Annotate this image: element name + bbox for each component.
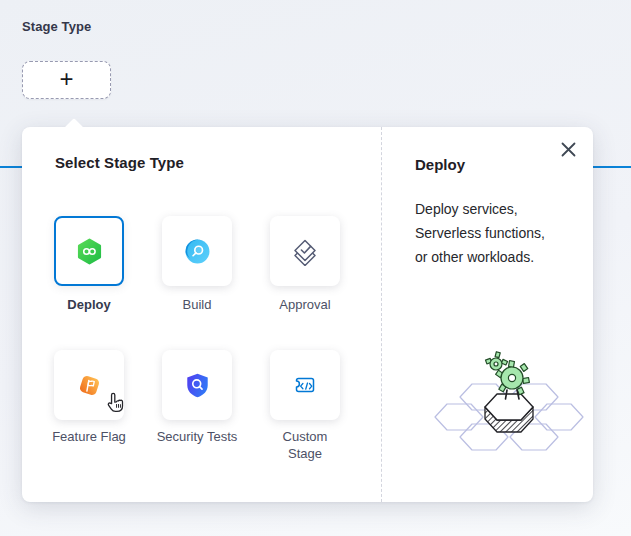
custom-stage-code-icon	[291, 371, 319, 399]
pipeline-canvas: Stage Type + Select Stage Type	[0, 0, 631, 536]
tile-approval-label[interactable]: Approval	[264, 296, 346, 313]
tile-approval[interactable]	[270, 216, 340, 286]
tile-custom-stage-label[interactable]: Custom Stage	[264, 428, 346, 462]
cd-hexagon-infinity-icon	[76, 238, 103, 265]
tile-deploy[interactable]	[54, 216, 124, 286]
detail-description-line: Deploy services,	[415, 197, 595, 221]
security-shield-magnifier-icon	[184, 372, 211, 399]
stage-type-popover: Select Stage Type Deploy	[22, 127, 593, 502]
tile-build[interactable]	[162, 216, 232, 286]
tile-feature-flag-label[interactable]: Feature Flag	[48, 428, 130, 445]
popover-caret	[64, 118, 84, 138]
tile-build-label[interactable]: Build	[156, 296, 238, 313]
add-stage-button[interactable]: +	[22, 61, 111, 99]
detail-description: Deploy services, Serverless functions, o…	[415, 197, 595, 269]
tile-security-tests[interactable]	[162, 350, 232, 420]
tile-custom-stage[interactable]	[270, 350, 340, 420]
close-button[interactable]	[558, 139, 578, 159]
gear-on-hexagon-platform-illustration	[426, 347, 594, 467]
detail-description-line: or other workloads.	[415, 245, 595, 269]
approval-diamond-check-icon	[291, 237, 319, 266]
tile-feature-flag[interactable]	[54, 350, 124, 420]
panel-divider	[381, 127, 382, 502]
tile-security-tests-label[interactable]: Security Tests	[156, 428, 238, 445]
tile-deploy-label[interactable]: Deploy	[48, 296, 130, 313]
ci-sphere-magnifier-icon	[184, 238, 211, 265]
detail-title: Deploy	[415, 156, 465, 173]
plus-icon: +	[59, 67, 73, 91]
close-icon	[561, 142, 576, 157]
popover-title: Select Stage Type	[55, 154, 184, 171]
stage-type-label: Stage Type	[22, 19, 91, 34]
feature-flag-icon	[76, 372, 103, 399]
detail-description-line: Serverless functions,	[415, 221, 595, 245]
